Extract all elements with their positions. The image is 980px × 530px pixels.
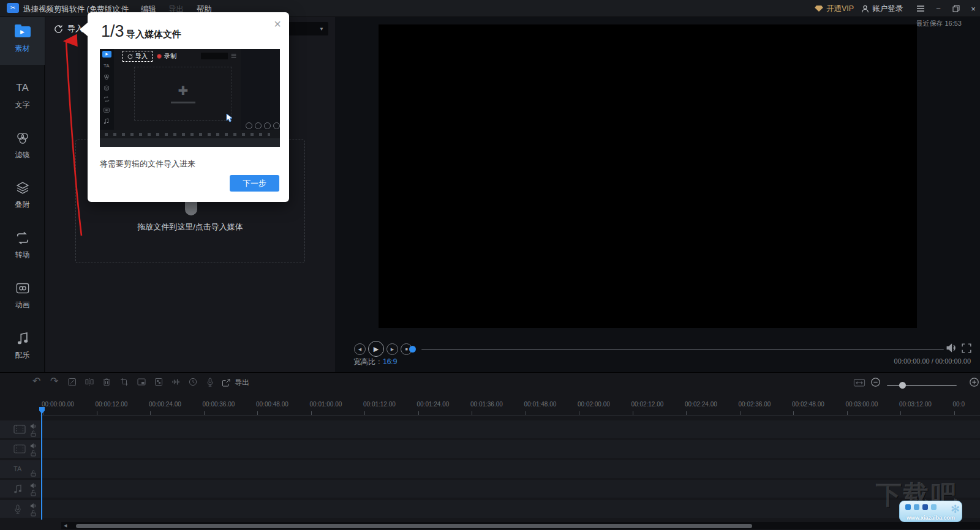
dropzone-text: 拖放文件到这里/点击导入媒体 xyxy=(76,222,304,233)
chevron-down-icon: ▼ xyxy=(319,26,324,32)
track-lock-icon[interactable] xyxy=(31,510,36,517)
sidebar-item-filter[interactable]: 滤镜 xyxy=(0,124,45,171)
mini-menu-icon xyxy=(231,53,236,58)
duration-icon[interactable] xyxy=(189,378,197,386)
mosaic-icon[interactable] xyxy=(154,378,163,386)
track-lane[interactable] xyxy=(41,440,980,458)
mini-play-control xyxy=(264,122,271,129)
mini-import-label: 导入 xyxy=(135,52,148,61)
ruler-label: 00:0 xyxy=(953,401,965,408)
vip-button[interactable]: 开通VIP xyxy=(815,0,854,17)
login-button[interactable]: 账户登录 xyxy=(861,0,903,17)
diamond-icon xyxy=(815,5,823,12)
track-row-video1 xyxy=(0,420,980,438)
ruler-label: 00:00:48.00 xyxy=(256,401,288,408)
undo-icon[interactable]: ↶ xyxy=(32,376,40,386)
mini-animation-icon xyxy=(104,107,110,113)
pip-icon[interactable] xyxy=(137,378,146,386)
track-lock-icon[interactable] xyxy=(31,470,36,477)
seek-bar[interactable] xyxy=(421,349,944,350)
mini-media-folder-icon: ▶ xyxy=(102,51,111,58)
track-header xyxy=(0,420,40,438)
zoom-out-icon[interactable] xyxy=(870,377,881,387)
track-lock-icon[interactable] xyxy=(31,490,36,496)
zoom-in-icon[interactable] xyxy=(969,377,979,387)
animation-icon xyxy=(16,282,29,295)
edit-icon[interactable] xyxy=(68,378,77,386)
time-display: 00:00:00.00 / 00:00:00.00 xyxy=(894,357,971,365)
track-lane[interactable] xyxy=(41,460,980,478)
mini-play-control xyxy=(273,122,280,129)
restore-button[interactable] xyxy=(948,0,964,17)
sidebar-item-transition[interactable]: 转场 xyxy=(0,223,45,271)
mini-import-button-highlight: 导入 xyxy=(123,51,153,62)
aspect-ratio: 宽高比：16:9 xyxy=(353,357,397,367)
video-preview xyxy=(379,24,917,328)
timeline-zoom-slider[interactable] xyxy=(887,385,957,386)
ruler-label: 00:01:36.00 xyxy=(470,401,503,408)
play-button[interactable]: ▶ xyxy=(368,341,384,357)
mini-sidebar: ▶ TA xyxy=(100,49,114,138)
minimize-button[interactable]: − xyxy=(930,0,946,17)
step-forward-button[interactable]: ▶ xyxy=(386,343,398,355)
timeline-zoom-handle[interactable] xyxy=(899,382,906,389)
sidebar-item-music[interactable]: 配乐 xyxy=(0,324,45,371)
ruler-label: 00:00:24.00 xyxy=(149,401,181,408)
mini-text-placeholder xyxy=(171,102,195,103)
mini-import-icon xyxy=(127,54,133,59)
sidebar-item-label: 素材 xyxy=(0,43,45,54)
volume-icon[interactable] xyxy=(946,342,957,354)
popup-close-icon[interactable]: × xyxy=(274,17,281,31)
delete-icon[interactable] xyxy=(102,378,111,386)
close-button[interactable]: × xyxy=(965,0,980,17)
aspect-ratio-value[interactable]: 16:9 xyxy=(383,357,397,366)
fit-timeline-icon[interactable] xyxy=(853,378,865,387)
transition-icon xyxy=(16,231,29,245)
seek-handle[interactable] xyxy=(409,346,416,353)
export-label: 导出 xyxy=(235,378,249,388)
ruler-label: 00:00:36.00 xyxy=(203,401,235,408)
ruler-label: 00:02:12.00 xyxy=(631,401,664,408)
window-menu-button[interactable] xyxy=(913,0,929,17)
tutorial-title: 导入媒体文件 xyxy=(126,29,181,40)
mini-record-icon xyxy=(157,54,162,59)
track-mute-icon[interactable] xyxy=(30,423,37,430)
next-step-button[interactable]: 下一步 xyxy=(230,175,279,192)
track-lane[interactable] xyxy=(41,480,980,498)
sidebar-item-text[interactable]: TA 文字 xyxy=(0,73,45,121)
fullscreen-icon[interactable] xyxy=(962,343,971,353)
preview-panel: 最近保存 16:53 ◀ ▶ ▶ ■ 宽高比：16:9 00:00:00.00 … xyxy=(335,17,980,372)
scroll-left-icon[interactable]: ◀ xyxy=(64,523,67,528)
mini-dropdown xyxy=(201,53,228,59)
track-mute-icon[interactable] xyxy=(30,442,37,449)
split-icon[interactable] xyxy=(85,378,94,386)
track-row-video2 xyxy=(0,440,980,458)
mini-text-icon: TA xyxy=(104,63,110,69)
tutorial-step: 1/3 xyxy=(101,22,124,41)
ruler-label: 00:03:12.00 xyxy=(899,401,932,408)
app-window: ✂ 迅捷视频剪辑软件 (免费版) 文件 编辑 导出 帮助 开通VIP 账户登录 … xyxy=(0,0,980,530)
redo-icon[interactable]: ↷ xyxy=(50,376,58,386)
track-lock-icon[interactable] xyxy=(31,450,36,457)
record-voice-icon[interactable] xyxy=(206,378,214,387)
track-lane[interactable] xyxy=(41,420,980,438)
track-mute-icon[interactable] xyxy=(30,502,37,509)
sidebar-item-overlay[interactable]: 叠附 xyxy=(0,173,45,221)
last-saved-status: 最近保存 16:53 xyxy=(916,19,962,28)
crop-icon[interactable] xyxy=(120,378,129,386)
scrollbar-thumb[interactable] xyxy=(76,524,752,528)
track-lane[interactable] xyxy=(41,500,980,518)
audio-wave-icon[interactable] xyxy=(172,378,180,386)
vip-label: 开通VIP xyxy=(826,4,854,14)
mini-toolbar xyxy=(100,130,280,138)
ruler-label: 00:03:00.00 xyxy=(846,401,878,408)
timeline-scrollbar[interactable]: ◀ xyxy=(61,522,980,529)
step-back-button[interactable]: ◀ xyxy=(354,343,366,355)
track-lock-icon[interactable] xyxy=(31,430,36,437)
sidebar-item-animation[interactable]: 动画 xyxy=(0,274,45,321)
track-mute-icon[interactable] xyxy=(30,482,37,489)
sidebar-item-material[interactable]: ▶ 素材 xyxy=(0,17,45,65)
export-button[interactable]: 导出 xyxy=(222,378,249,388)
aspect-ratio-label: 宽高比： xyxy=(353,357,383,366)
timeline-section: ↶ ↷ 导出 00:00:00.00 00:00:12.00 00:00:24.… xyxy=(0,372,980,530)
